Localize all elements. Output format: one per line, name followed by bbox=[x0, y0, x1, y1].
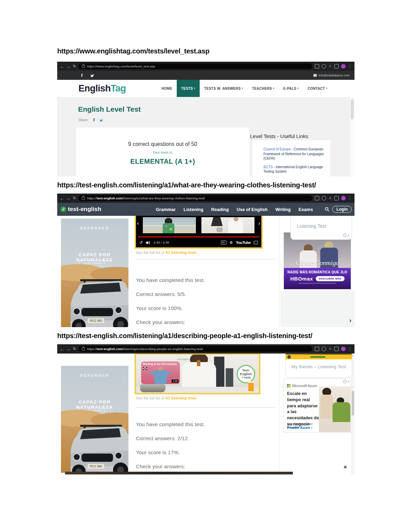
chat-icon bbox=[313, 74, 317, 77]
bookmark-star-icon[interactable]: ☆ bbox=[328, 347, 332, 351]
video-duration: 3:06 bbox=[172, 380, 178, 383]
captions-icon[interactable] bbox=[221, 240, 226, 245]
back-icon[interactable]: ← bbox=[60, 64, 64, 69]
ad-fine-print bbox=[299, 283, 336, 284]
chevron-down-icon: ▾ bbox=[273, 87, 274, 90]
ad-close-icon[interactable]: × bbox=[348, 234, 349, 237]
browser-toolbar: ← → ↻ https://test-english.com/listening… bbox=[57, 194, 354, 203]
sidepanel-icon[interactable] bbox=[334, 196, 339, 200]
translate-icon[interactable] bbox=[315, 64, 319, 69]
nav-item-contact[interactable]: CONTACT▾ bbox=[303, 80, 332, 97]
nav-item-exams[interactable]: Exams bbox=[299, 207, 313, 212]
profile-avatar[interactable] bbox=[341, 64, 346, 69]
facebook-icon[interactable]: f bbox=[81, 73, 83, 78]
profile-avatar[interactable] bbox=[341, 196, 346, 200]
nav-item-reading[interactable]: Reading bbox=[211, 207, 229, 212]
twitter-icon[interactable] bbox=[90, 74, 95, 77]
test-english-badge: Test- English ✓com bbox=[237, 365, 255, 383]
microsoft-azure-ad[interactable]: i × Microsoft Azure Escale en tiempo rea… bbox=[284, 379, 351, 433]
result-line: You have completed this test. bbox=[136, 277, 283, 283]
presenter-arm bbox=[166, 372, 172, 374]
nav-item-teachers[interactable]: TEACHERS▾ bbox=[248, 80, 279, 97]
reload-icon[interactable]: ↻ bbox=[73, 196, 76, 200]
defender-ad[interactable]: DEFENDER CAPAZ POR NATURALEZA CONFIGÚRAL… bbox=[61, 366, 128, 473]
share-icon[interactable] bbox=[322, 196, 326, 200]
scrollbar-thumb[interactable] bbox=[351, 99, 354, 120]
player-controls: ↻ 2:30 / 2:30 ⚙ YouTube bbox=[139, 239, 258, 246]
screenshot-test-english-1: ← → ↻ https://test-english.com/listening… bbox=[57, 194, 354, 327]
bookmark-star-icon[interactable]: ☆ bbox=[328, 64, 332, 69]
azure-cta-link[interactable]: Pruebe Azure › bbox=[287, 425, 312, 430]
translate-icon[interactable] bbox=[315, 196, 319, 200]
adchoices-info-icon[interactable]: i bbox=[343, 380, 347, 383]
contact-email[interactable]: info@edukakarun.com bbox=[313, 74, 350, 77]
chevron-down-icon: ▾ bbox=[194, 87, 195, 90]
back-icon[interactable]: ← bbox=[60, 347, 64, 351]
settings-gear-icon[interactable]: ⚙ bbox=[229, 240, 233, 245]
sidepanel-icon[interactable] bbox=[334, 347, 339, 351]
link-cefr[interactable]: Council of Europe - Common European Fram… bbox=[263, 147, 328, 161]
ad-close-icon[interactable]: × bbox=[348, 380, 349, 383]
link-ielts[interactable]: IELTS - International English Language T… bbox=[263, 165, 328, 174]
level-value: ELEMENTAL (A 1+) bbox=[76, 158, 249, 165]
youtube-player[interactable]: ‹ › ↻ 2:30 / 2:30 ⚙ YouTube bbox=[135, 213, 263, 249]
browser-menu-icon[interactable]: ⋮ bbox=[348, 64, 352, 69]
page-title: English Level Test bbox=[78, 105, 141, 113]
search-icon[interactable] bbox=[325, 207, 329, 212]
profile-avatar[interactable] bbox=[341, 347, 346, 351]
reload-icon[interactable]: ↻ bbox=[73, 347, 76, 351]
share-icon[interactable] bbox=[322, 64, 326, 69]
nav-item-listening[interactable]: Listening bbox=[184, 207, 203, 212]
adchoices-info-icon[interactable]: i bbox=[343, 234, 347, 237]
englishtag-logo[interactable]: EnglishTag bbox=[78, 83, 126, 94]
share-icon[interactable] bbox=[322, 347, 326, 351]
scrollbar-thumb[interactable] bbox=[352, 391, 354, 416]
browser-menu-icon[interactable]: ⋮ bbox=[348, 347, 352, 351]
nav-item-use-of-english[interactable]: Use of English bbox=[237, 207, 267, 212]
replay-icon[interactable]: ↻ bbox=[139, 240, 143, 245]
address-bar[interactable]: https://test-english.com/listening/a1/de… bbox=[78, 346, 312, 352]
hbo-max-ad[interactable]: DEL CINE ▶ A TU CASA i × Cásate Conmigo … bbox=[284, 232, 351, 289]
drinking-glass bbox=[197, 360, 200, 366]
sidebar-test-card[interactable]: ∩ My friends – Listening Test bbox=[285, 351, 352, 378]
forward-icon[interactable]: → bbox=[66, 196, 71, 200]
test-english-logo[interactable]: ✓ test-english bbox=[61, 206, 101, 213]
nav-item-tests[interactable]: TESTS▾ bbox=[177, 80, 200, 97]
close-icon[interactable]: × bbox=[344, 464, 347, 471]
sidebar-background bbox=[281, 291, 354, 327]
kitchen-appliance bbox=[226, 368, 233, 388]
forward-icon[interactable]: → bbox=[66, 64, 71, 69]
address-bar[interactable]: https://www.englishtag.com/tests/level_t… bbox=[78, 63, 312, 69]
back-icon[interactable]: ← bbox=[60, 196, 64, 200]
nav-item-writing[interactable]: Writing bbox=[275, 207, 291, 212]
translate-icon[interactable] bbox=[315, 347, 319, 351]
browser-menu-icon[interactable]: ⋮ bbox=[348, 196, 352, 200]
carousel-right-icon[interactable]: › bbox=[258, 220, 260, 227]
youtube-logo[interactable]: YouTube bbox=[236, 240, 251, 245]
reload-icon[interactable]: ↻ bbox=[73, 64, 76, 68]
fullscreen-icon[interactable] bbox=[254, 241, 258, 244]
next-chevron[interactable]: › bbox=[349, 317, 351, 324]
login-button[interactable]: Login bbox=[332, 206, 352, 213]
nav-item-tests-w-answers[interactable]: TESTS W. ANSWERS▾ bbox=[200, 80, 248, 97]
volume-icon[interactable] bbox=[146, 241, 150, 245]
listening-test-image[interactable]: test-english.com Working in the film ind… bbox=[135, 353, 260, 394]
forward-icon[interactable]: → bbox=[66, 347, 71, 351]
video-inset-thumbnail[interactable]: Working in the film industry 3:06 bbox=[141, 361, 180, 384]
a1-listening-tests-link[interactable]: A1 listening tests bbox=[165, 250, 197, 255]
defender-ad[interactable]: DEFENDER CAPAZ POR NATURALEZA CONFIGÚRAL… bbox=[61, 219, 128, 327]
hbo-cta-button[interactable]: DESCUBRE MÁS bbox=[316, 276, 345, 281]
nav-item-home[interactable]: HOME bbox=[157, 80, 177, 97]
scrollbar[interactable] bbox=[349, 97, 354, 176]
defender-brand: DEFENDER bbox=[61, 226, 128, 230]
nav-item-grammar[interactable]: Grammar bbox=[156, 207, 176, 212]
nav-item-epals[interactable]: E-PALS▾ bbox=[279, 80, 303, 97]
progress-bar[interactable] bbox=[138, 236, 259, 237]
address-bar[interactable]: https://test-english.com/listening/a1/wh… bbox=[78, 195, 312, 201]
carousel-left-icon[interactable]: ‹ bbox=[137, 220, 139, 227]
a1-listening-tests-link[interactable]: A1 listening tests bbox=[165, 396, 197, 400]
twitter-share-icon[interactable] bbox=[99, 119, 103, 122]
sidepanel-icon[interactable] bbox=[334, 64, 339, 69]
facebook-share-icon[interactable]: f bbox=[93, 117, 95, 123]
bookmark-star-icon[interactable]: ☆ bbox=[328, 196, 332, 200]
